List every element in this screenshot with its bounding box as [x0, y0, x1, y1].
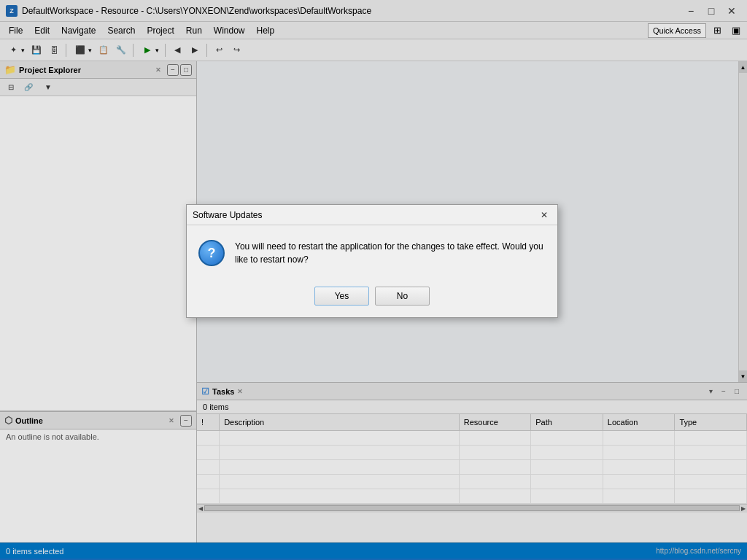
dialog-body: ? You will need to restart the applicati… [187, 225, 557, 281]
dialog-icon: ? [198, 240, 225, 266]
software-updates-dialog: Software Updates ✕ ? You will need to re… [186, 204, 558, 318]
dialog-close-button[interactable]: ✕ [537, 209, 551, 222]
dialog-title: Software Updates [193, 210, 537, 220]
dialog-no-button[interactable]: No [375, 287, 430, 306]
dialog-buttons: Yes No [187, 281, 557, 317]
dialog-yes-button[interactable]: Yes [314, 287, 369, 306]
dialog-message: You will need to restart the application… [235, 240, 546, 266]
modal-overlay: Software Updates ✕ ? You will need to re… [0, 0, 747, 560]
dialog-title-bar: Software Updates ✕ [187, 205, 557, 225]
